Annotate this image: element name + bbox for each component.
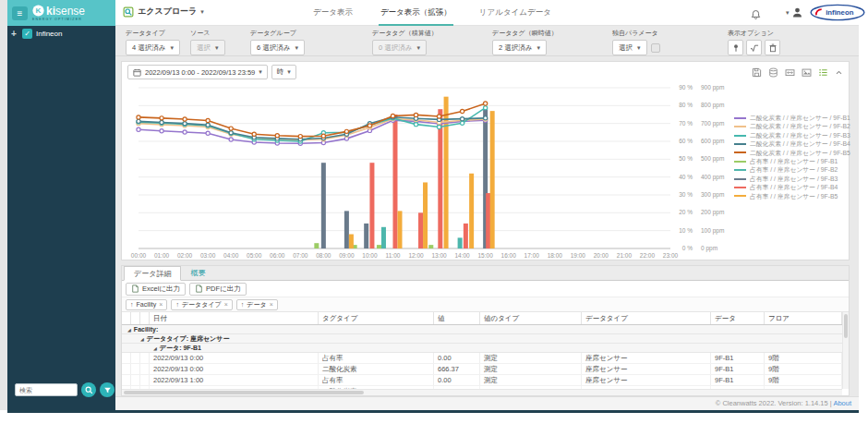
kisense-logo: K kisense [32, 5, 85, 17]
column-header[interactable]: 値のタイプ [480, 312, 582, 324]
explorer-label: エクスプローラ [138, 6, 197, 18]
svg-text:07:00: 07:00 [293, 252, 308, 259]
legend-label: 二酸化炭素 / / 座席センサー / 9F-B3 [750, 131, 850, 139]
hamburger-menu-icon[interactable]: ≡ [12, 6, 28, 20]
date-range-button[interactable]: 2022/09/13 0:00 - 2022/09/13 23:59 ▾ [127, 65, 268, 79]
explorer-menu[interactable]: エクスプローラ ▾ [123, 6, 204, 18]
chevron-down-icon: ▾ [200, 8, 204, 16]
logo-bold: ki [46, 5, 55, 18]
legend-item[interactable]: 二酸化炭素 / / 座席センサー / 9F-B5 [734, 149, 845, 157]
column-header[interactable]: データ [711, 312, 765, 324]
export-pdf-button[interactable]: PDFに出力 [189, 283, 247, 296]
pan-icon[interactable] [785, 67, 795, 78]
legend-item[interactable]: 占有率 / / 座席センサー / 9F-B4 [734, 183, 845, 191]
filter-bar: データタイプ4 選択済み▾ソース選択▾データグループ6 選択済み▾データタグ（積… [115, 26, 859, 56]
legend-icon[interactable] [818, 67, 828, 78]
parameter-checkbox[interactable] [651, 43, 660, 53]
source-select[interactable]: 選択▾ [190, 40, 225, 55]
column-header[interactable]: 日付 [150, 312, 319, 324]
horizontal-scrollbar[interactable] [122, 389, 842, 395]
table-row[interactable]: 2022/09/13 0:00二酸化炭素666.37測定座席センサー9F-B19… [122, 364, 842, 375]
svg-text:18:00: 18:00 [548, 252, 563, 259]
layers-icon [768, 67, 778, 78]
chart[interactable]: 0 %0 ppm10 %100 ppm20 %200 ppm30 %300 pp… [126, 82, 739, 260]
data-group-select[interactable]: 6 選択済み▾ [250, 40, 305, 55]
group-chip-データタイプ[interactable]: ↑データタイプ× [171, 299, 232, 310]
close-icon[interactable]: × [270, 301, 273, 308]
column-header[interactable]: タグタイプ [319, 312, 434, 324]
interval-button[interactable]: 時 ▾ [271, 65, 296, 79]
close-icon[interactable]: × [159, 301, 163, 308]
legend-item[interactable]: 占有率 / / 座席センサー / 9F-B5 [734, 192, 845, 200]
legend-swatch [734, 161, 746, 163]
image-icon[interactable] [802, 67, 812, 78]
column-header[interactable]: 値 [434, 312, 480, 324]
tree-control-cell [122, 364, 131, 374]
sidebar-item-infineon[interactable]: + ✓ Infineon [11, 29, 62, 39]
select-value: 2 選択済み [499, 43, 532, 53]
collapse-triangle-icon[interactable]: ◢ [127, 327, 131, 333]
checkbox-checked-icon[interactable]: ✓ [22, 29, 32, 39]
svg-text:700 ppm: 700 ppm [701, 120, 724, 127]
logo-subtitle: ENERGY OPTIMIZER [32, 18, 85, 21]
legend-item[interactable]: 占有率 / / 座席センサー / 9F-B2 [734, 165, 845, 174]
pin-icon [731, 43, 741, 53]
collapse-icon [835, 68, 843, 77]
svg-text:50 %: 50 % [679, 155, 693, 162]
table-tab-1[interactable]: 概要 [181, 266, 214, 280]
svg-text:400 ppm: 400 ppm [701, 174, 724, 181]
export-excel-button[interactable]: Excelに出力 [126, 283, 186, 296]
collapse-triangle-icon[interactable]: ◢ [140, 336, 144, 342]
data-tag-instant-select[interactable]: 2 選択済み▾ [492, 40, 547, 55]
collapse-triangle-icon[interactable]: ◢ [153, 345, 157, 351]
data-type-select[interactable]: 4 選択済み▾ [126, 40, 180, 55]
vertical-scrollbar[interactable] [842, 312, 849, 389]
group-row[interactable]: ◢データ: 9F-B1 [122, 344, 842, 353]
table-row[interactable]: 2022/09/13 0:00占有率0.00測定座席センサー9F-B19階 [122, 353, 842, 364]
legend-item[interactable]: 占有率 / / 座席センサー / 9F-B3 [734, 175, 845, 183]
column-header[interactable]: データタイプ [582, 312, 711, 324]
tree-control-cell [131, 364, 140, 374]
pin-option-button[interactable] [728, 40, 743, 55]
data-tag-integrated-select[interactable]: 0 選択済み▾ [372, 40, 427, 55]
filter-display-options: 表示オプション [728, 29, 780, 55]
group-row[interactable]: ◢Facility: [122, 325, 842, 334]
search-button[interactable] [81, 382, 96, 397]
notifications-button[interactable] [751, 7, 761, 24]
table-cell: 占有率 [319, 375, 434, 385]
group-chip-データ[interactable]: ↑データ× [236, 299, 278, 310]
group-row[interactable]: ◢データタイプ: 座席センサー [122, 334, 842, 344]
table-row[interactable]: 2022/09/13 1:00占有率0.00測定座席センサー9F-B19階 [122, 375, 842, 386]
legend-swatch [734, 126, 746, 127]
user-menu[interactable]: ▾ [786, 6, 803, 18]
expand-icon[interactable]: + [11, 29, 18, 39]
column-header[interactable]: フロア [765, 312, 842, 324]
table-tab-0[interactable]: データ詳細 [124, 266, 181, 281]
grid-body: ◢Facility:◢データタイプ: 座席センサー◢データ: 9F-B12022… [122, 325, 842, 389]
save-icon[interactable] [752, 67, 762, 78]
about-link[interactable]: About [833, 399, 851, 407]
tab-0[interactable]: データ表示 [311, 0, 355, 26]
legend-item[interactable]: 二酸化炭素 / / 座席センサー / 9F-B3 [734, 131, 845, 139]
filter-button[interactable] [100, 382, 115, 397]
tab-1[interactable]: データ表示（拡張） [379, 0, 453, 26]
custom-parameter-select[interactable]: 選択▾ [612, 40, 647, 55]
layers-icon[interactable] [768, 67, 778, 78]
search-input[interactable] [15, 383, 78, 396]
legend-item[interactable]: 二酸化炭素 / / 座席センサー / 9F-B1 [734, 114, 845, 122]
collapse-icon[interactable] [835, 68, 843, 77]
bell-icon [751, 9, 761, 20]
image-icon [802, 67, 812, 78]
legend-item[interactable]: 占有率 / / 座席センサー / 9F-B1 [734, 157, 845, 165]
filter-label: データタグ（積算値） [372, 29, 438, 38]
close-icon[interactable]: × [224, 301, 228, 308]
trash-option-button[interactable] [765, 40, 780, 55]
svg-text:0 ppm: 0 ppm [701, 245, 717, 252]
tab-2[interactable]: リアルタイムデータ [477, 0, 553, 26]
legend-item[interactable]: 二酸化炭素 / / 座席センサー / 9F-B2 [734, 122, 845, 130]
table-cell: 9F-B1 [711, 353, 765, 363]
legend-swatch [734, 117, 746, 119]
group-chip-Facility[interactable]: ↑Facility× [126, 299, 167, 310]
formula-option-button[interactable] [746, 40, 762, 55]
legend-item[interactable]: 二酸化炭素 / / 座席センサー / 9F-B4 [734, 139, 845, 148]
